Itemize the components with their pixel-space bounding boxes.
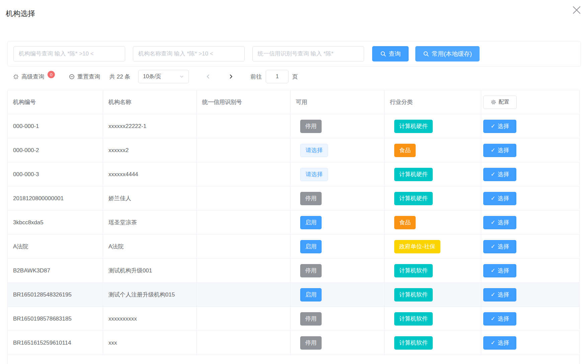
status-badge[interactable]: 启用 bbox=[300, 288, 322, 301]
page-title: 机构选择 bbox=[6, 9, 35, 19]
select-button[interactable]: ✓ 选择 bbox=[483, 144, 516, 157]
select-button[interactable]: ✓ 选择 bbox=[483, 192, 516, 205]
header-org-code: 机构编号 bbox=[8, 90, 103, 114]
page-size-select[interactable]: 10条/页 bbox=[138, 70, 189, 83]
industry-badge: 计算机软件 bbox=[394, 312, 433, 326]
select-button[interactable]: ✓ 选择 bbox=[483, 216, 516, 229]
industry-badge: 计算机软件 bbox=[394, 288, 433, 301]
select-button[interactable]: ✓ 选择 bbox=[483, 264, 516, 277]
query-button[interactable]: 查询 bbox=[372, 46, 409, 62]
status-badge[interactable]: 请选择 bbox=[300, 144, 328, 157]
search-icon bbox=[380, 51, 386, 57]
select-button-label: 选择 bbox=[498, 339, 509, 347]
check-icon: ✓ bbox=[491, 243, 495, 250]
check-icon: ✓ bbox=[491, 219, 495, 226]
header-industry: 行业分类 bbox=[385, 90, 481, 114]
select-button-label: 选择 bbox=[498, 243, 509, 250]
advanced-query-label: 高级查询 bbox=[21, 73, 44, 81]
config-button-label: 配置 bbox=[499, 99, 509, 106]
industry-badge: 计算机硬件 bbox=[394, 120, 433, 133]
table-body: 000-000-1 xxxxxx22222-1 停用 计算机硬件 ✓ 选择 00… bbox=[8, 114, 579, 355]
org-code-search-input[interactable] bbox=[13, 46, 125, 62]
chevron-right-icon bbox=[228, 74, 234, 79]
org-code-cell: 000-000-3 bbox=[13, 171, 39, 178]
select-button[interactable]: ✓ 选择 bbox=[483, 120, 516, 133]
table-row: 000-000-2 xxxxxx2 请选择 食品 ✓ 选择 bbox=[8, 138, 579, 162]
select-button[interactable]: ✓ 选择 bbox=[483, 312, 516, 326]
select-button[interactable]: ✓ 选择 bbox=[483, 288, 516, 301]
spinner-icon bbox=[13, 74, 19, 80]
check-icon: ✓ bbox=[491, 171, 495, 178]
status-badge[interactable]: 停用 bbox=[300, 120, 322, 133]
search-icon bbox=[423, 51, 429, 57]
cache-query-button-label: 常用(本地缓存) bbox=[432, 50, 472, 58]
select-button[interactable]: ✓ 选择 bbox=[483, 240, 516, 253]
reset-query-label: 重置查询 bbox=[77, 73, 100, 81]
org-name-cell: xxxxxx4444 bbox=[108, 171, 138, 178]
select-button-label: 选择 bbox=[498, 267, 509, 274]
org-name-cell: 测试机构升级001 bbox=[108, 267, 152, 274]
status-badge[interactable]: 停用 bbox=[300, 192, 322, 205]
org-select-modal: 机构选择 查询 常用(本地缓存) 高级查询 0 bbox=[0, 0, 588, 364]
header-action: 配置 bbox=[481, 90, 579, 114]
org-name-cell: 瑶圣堂凉茶 bbox=[108, 219, 137, 226]
table-row: BR1650198578683185 xxxxxxxxxx 停用 计算机软件 ✓… bbox=[8, 307, 579, 331]
check-icon: ✓ bbox=[491, 291, 495, 298]
org-code-cell: 3kbcc8xda5 bbox=[13, 219, 44, 226]
status-badge[interactable]: 停用 bbox=[300, 312, 322, 326]
org-code-cell: B2BAWK3D87 bbox=[13, 267, 50, 274]
goto-page-input[interactable] bbox=[266, 70, 288, 83]
select-button-label: 选择 bbox=[498, 219, 509, 226]
check-icon: ✓ bbox=[491, 315, 495, 322]
cache-query-button[interactable]: 常用(本地缓存) bbox=[415, 46, 480, 62]
select-button[interactable]: ✓ 选择 bbox=[483, 168, 516, 181]
status-badge[interactable]: 启用 bbox=[300, 216, 322, 229]
org-name-cell: 测试个人注册升级机构015 bbox=[108, 291, 175, 298]
select-button-label: 选择 bbox=[498, 291, 509, 298]
close-icon[interactable] bbox=[571, 4, 583, 16]
org-code-cell: 2018120800000001 bbox=[13, 195, 64, 202]
status-badge[interactable]: 请选择 bbox=[300, 168, 328, 181]
table-row: 000-000-3 xxxxxx4444 请选择 计算机硬件 ✓ 选择 bbox=[8, 162, 579, 187]
reset-query-button[interactable]: 重置查询 bbox=[69, 73, 100, 81]
select-button-label: 选择 bbox=[498, 146, 509, 154]
prev-page-button[interactable] bbox=[204, 73, 212, 81]
search-panel: 查询 常用(本地缓存) bbox=[7, 41, 581, 67]
org-code-cell: BR1650198578683185 bbox=[13, 316, 72, 322]
select-button[interactable]: ✓ 选择 bbox=[483, 336, 516, 350]
org-name-cell: xxx bbox=[108, 340, 117, 346]
org-code-cell: BR1650128548326195 bbox=[13, 291, 72, 298]
industry-badge: 食品 bbox=[394, 216, 416, 229]
check-icon: ✓ bbox=[491, 147, 495, 154]
org-name-cell: A法院 bbox=[108, 243, 123, 250]
check-icon: ✓ bbox=[491, 195, 495, 202]
table-header-row: 机构编号 机构名称 统一信用识别号 可用 行业分类 配置 bbox=[8, 90, 579, 114]
org-name-cell: 娇兰佳人 bbox=[108, 195, 131, 202]
goto-page-suffix: 页 bbox=[292, 73, 298, 81]
header-available: 可用 bbox=[290, 90, 385, 114]
org-name-search-input[interactable] bbox=[133, 46, 245, 62]
select-button-label: 选择 bbox=[498, 170, 509, 178]
org-name-cell: xxxxxx22222-1 bbox=[108, 123, 146, 130]
status-badge[interactable]: 启用 bbox=[300, 240, 322, 253]
table-row: BR1650128548326195 测试个人注册升级机构015 启用 计算机软… bbox=[8, 283, 579, 307]
select-button-label: 选择 bbox=[498, 195, 509, 202]
industry-badge: 政府单位-社保 bbox=[394, 240, 440, 253]
config-button[interactable]: 配置 bbox=[483, 96, 517, 109]
status-badge[interactable]: 停用 bbox=[300, 336, 322, 350]
status-badge[interactable]: 停用 bbox=[300, 264, 322, 277]
chevron-down-icon bbox=[179, 74, 184, 79]
advanced-query-button[interactable]: 高级查询 0 bbox=[13, 73, 55, 81]
industry-badge: 计算机硬件 bbox=[394, 192, 433, 205]
next-page-button[interactable] bbox=[227, 73, 235, 81]
toolbar: 高级查询 0 重置查询 共 22 条 10条/页 前往 页 bbox=[7, 68, 581, 85]
table-row: A法院 A法院 启用 政府单位-社保 ✓ 选择 bbox=[8, 235, 579, 259]
check-icon: ✓ bbox=[491, 123, 495, 130]
org-table: 机构编号 机构名称 统一信用识别号 可用 行业分类 配置 000-000-1 x… bbox=[7, 90, 580, 364]
partial-row bbox=[8, 355, 579, 364]
credit-id-search-input[interactable] bbox=[252, 46, 364, 62]
table-row: B2BAWK3D87 测试机构升级001 停用 计算机软件 ✓ 选择 bbox=[8, 259, 579, 283]
advanced-query-badge: 0 bbox=[48, 71, 55, 78]
industry-badge: 计算机软件 bbox=[394, 264, 433, 277]
header-org-name: 机构名称 bbox=[103, 90, 197, 114]
